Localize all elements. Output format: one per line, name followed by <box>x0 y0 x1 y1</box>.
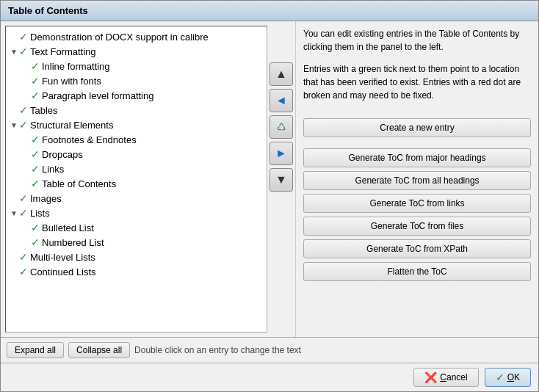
tree-item[interactable]: ▼✓Structural Elements <box>9 117 264 132</box>
check-icon: ✓ <box>19 251 28 263</box>
ok-button[interactable]: ✓ OK <box>485 368 531 387</box>
item-label: Table of Contents <box>42 178 116 189</box>
move-down-button[interactable]: ▼ <box>270 168 293 192</box>
tree-item[interactable]: ✓Multi-level Lists <box>9 250 264 264</box>
check-icon: ✓ <box>19 207 28 219</box>
tree-item[interactable]: ▼✓Text Formatting <box>9 44 264 59</box>
tree-item[interactable]: ✓Images <box>9 191 264 206</box>
cancel-icon: ❌ <box>424 371 437 383</box>
check-icon: ✓ <box>31 178 40 189</box>
center-buttons: ▲ ◄ ♺ ► ▼ <box>267 58 295 337</box>
expand-icon[interactable]: ▼ <box>9 208 19 218</box>
tree-item[interactable]: ✓Table of Contents <box>9 176 264 191</box>
check-icon: ✓ <box>19 119 28 131</box>
create-entry-button[interactable]: Create a new entry <box>303 118 531 137</box>
item-label: Links <box>42 164 64 175</box>
tree-item[interactable]: ✓Fun with fonts <box>9 73 264 88</box>
collapse-all-button[interactable]: Collapse all <box>68 342 130 358</box>
dialog-title: Table of Contents <box>1 1 538 21</box>
dialog-body: ✓Demonstration of DOCX support in calibr… <box>1 21 538 337</box>
check-icon: ✓ <box>31 90 40 101</box>
tree-item[interactable]: ✓Links <box>9 161 264 176</box>
tree-item[interactable]: ✓Numbered List <box>9 235 264 250</box>
tree-item[interactable]: ✓Tables <box>9 103 264 117</box>
tree-item[interactable]: ✓Dropcaps <box>9 147 264 161</box>
tree-item[interactable]: ✓Footnotes & Endnotes <box>9 132 264 147</box>
tree-item[interactable]: ▼✓Lists <box>9 206 264 220</box>
check-icon: ✓ <box>31 60 40 72</box>
gen-major-button[interactable]: Generate ToC from major headings <box>303 148 531 167</box>
tree-item[interactable]: ✓Continued Lists <box>9 264 264 279</box>
cancel-button[interactable]: ❌ Cancel <box>413 368 478 387</box>
move-left-button[interactable]: ◄ <box>270 89 293 112</box>
tree-item[interactable]: ✓Paragraph level formatting <box>9 88 264 103</box>
expand-icon[interactable]: ▼ <box>9 120 19 130</box>
item-label: Dropcaps <box>42 149 83 160</box>
hint-text: Double click on an entry to change the t… <box>134 345 301 355</box>
gen-links-button[interactable]: Generate ToC from links <box>303 194 531 213</box>
move-up-button[interactable]: ▲ <box>270 62 293 86</box>
item-label: Fun with fonts <box>42 76 101 87</box>
item-label: Demonstration of DOCX support in calibre <box>30 32 209 43</box>
check-icon: ✓ <box>31 148 40 160</box>
check-icon: ✓ <box>31 75 40 87</box>
check-icon: ✓ <box>19 46 28 57</box>
tree-item[interactable]: ✓Demonstration of DOCX support in calibr… <box>9 29 264 44</box>
gen-xpath-button[interactable]: Generate ToC from XPath <box>303 239 531 258</box>
item-label: Tables <box>30 105 58 116</box>
item-label: Multi-level Lists <box>30 252 95 263</box>
tree-item[interactable]: ✓Bulleted List <box>9 220 264 235</box>
ok-label: OK <box>507 372 520 382</box>
check-icon: ✓ <box>31 134 40 145</box>
item-label: Bulleted List <box>42 222 94 233</box>
check-icon: ✓ <box>31 163 40 175</box>
item-label: Footnotes & Endnotes <box>42 134 137 145</box>
left-panel: ✓Demonstration of DOCX support in calibr… <box>1 21 296 337</box>
cancel-label: Cancel <box>440 372 467 382</box>
gen-files-button[interactable]: Generate ToC from files <box>303 217 531 236</box>
item-label: Numbered List <box>42 237 104 248</box>
recycle-button[interactable]: ♺ <box>270 115 293 139</box>
item-label: Lists <box>30 208 50 219</box>
item-label: Structural Elements <box>30 120 113 131</box>
check-icon: ✓ <box>31 236 40 248</box>
check-icon: ✓ <box>19 266 28 277</box>
gen-all-button[interactable]: Generate ToC from all headings <box>303 171 531 190</box>
tree-item[interactable]: ✓Inline formatting <box>9 59 264 73</box>
right-panel: You can edit existing entries in the Tab… <box>296 21 538 337</box>
toc-tree[interactable]: ✓Demonstration of DOCX support in calibr… <box>5 26 267 333</box>
info-text-2: Entries with a green tick next to them p… <box>303 62 531 102</box>
dialog-footer: ❌ Cancel ✓ OK <box>1 363 538 391</box>
bottom-bar: Expand all Collapse all Double click on … <box>1 337 538 363</box>
check-icon: ✓ <box>19 104 28 116</box>
item-label: Text Formatting <box>30 46 96 57</box>
check-icon: ✓ <box>31 222 40 233</box>
ok-icon: ✓ <box>496 371 504 383</box>
info-text-1: You can edit existing entries in the Tab… <box>303 27 531 54</box>
item-label: Paragraph level formatting <box>42 90 153 101</box>
dialog: Table of Contents ✓Demonstration of DOCX… <box>0 0 539 392</box>
expand-all-button[interactable]: Expand all <box>7 342 64 358</box>
move-right-button[interactable]: ► <box>270 142 293 165</box>
check-icon: ✓ <box>19 192 28 204</box>
flatten-button[interactable]: Flatten the ToC <box>303 262 531 281</box>
item-label: Continued Lists <box>30 266 96 277</box>
expand-icon[interactable]: ▼ <box>9 46 19 57</box>
item-label: Images <box>30 193 62 204</box>
item-label: Inline formatting <box>42 61 110 72</box>
check-icon: ✓ <box>19 31 28 43</box>
